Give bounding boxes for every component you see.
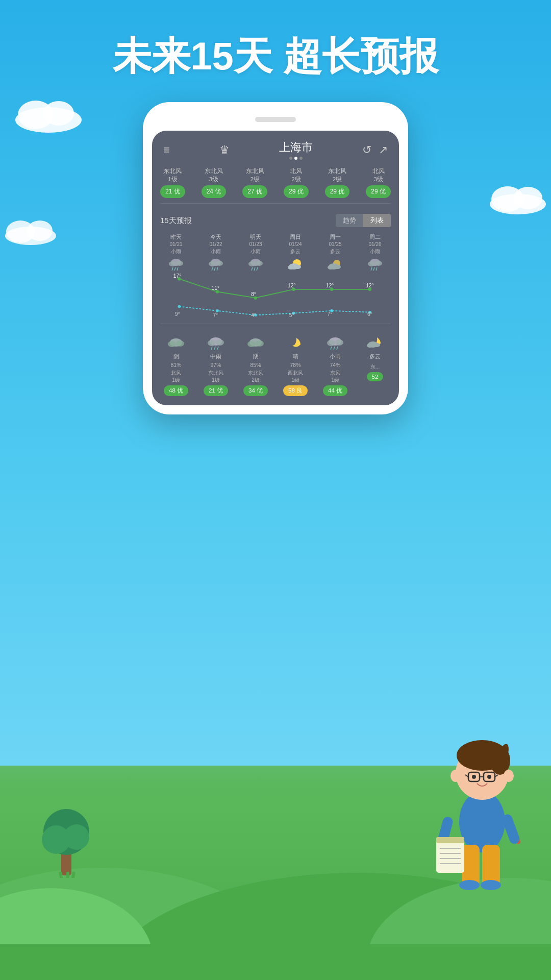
svg-point-36 xyxy=(368,261,375,266)
day-icon-3 xyxy=(286,256,305,273)
day-cond-4: 多云 xyxy=(330,248,340,255)
phone-notch xyxy=(152,111,399,128)
refresh-icon[interactable]: ↺ xyxy=(362,143,371,157)
speaker xyxy=(255,117,296,122)
svg-line-40 xyxy=(376,267,377,271)
wind-text-0: 东北风1级 xyxy=(163,167,182,183)
svg-point-29 xyxy=(288,265,294,270)
wq-col-5: 北风3级 29 优 xyxy=(358,167,399,198)
bw-col-2: 阴 85% 东北风2级 34 优 xyxy=(236,334,276,396)
bw-icon-5 xyxy=(365,334,385,352)
svg-line-12 xyxy=(172,267,173,271)
day-col-5: 周二 01/26 小雨 xyxy=(355,233,395,273)
bw-icon-1 xyxy=(206,334,226,352)
svg-point-10 xyxy=(169,261,176,266)
svg-rect-118 xyxy=(436,837,464,843)
tab-list[interactable]: 列表 xyxy=(363,214,391,227)
wq-col-0: 东北风1级 21 优 xyxy=(152,167,193,198)
quality-badge-3: 29 优 xyxy=(284,185,309,198)
svg-line-73 xyxy=(217,347,218,350)
svg-line-38 xyxy=(371,267,372,271)
bw-icon-0 xyxy=(166,334,186,352)
svg-point-2 xyxy=(43,101,74,126)
chart-svg: 17° 11° 8° 12° 12° 12° 9° 7° 4° 5° 7° 6° xyxy=(160,273,391,318)
svg-point-115 xyxy=(481,880,501,890)
bw-col-5: 多云 东... 52 xyxy=(355,334,395,396)
svg-point-98 xyxy=(459,791,505,852)
svg-text:17°: 17° xyxy=(173,273,182,279)
svg-point-69 xyxy=(208,340,216,346)
svg-text:12°: 12° xyxy=(366,283,374,289)
phone-frame: ≡ ♛ 上海市 ↺ ↗ xyxy=(143,102,408,414)
svg-line-26 xyxy=(257,267,258,271)
svg-point-114 xyxy=(459,880,480,890)
day-label-5: 周二 xyxy=(369,233,381,240)
svg-text:5°: 5° xyxy=(289,313,294,318)
crown-icon[interactable]: ♛ xyxy=(219,143,230,157)
svg-text:4°: 4° xyxy=(251,313,256,318)
svg-point-108 xyxy=(472,775,476,779)
bw-humidity-0: 81% xyxy=(170,362,181,368)
day-icon-5 xyxy=(366,256,384,273)
day-cond-3: 多云 xyxy=(290,248,300,255)
svg-point-67 xyxy=(176,340,184,347)
bw-badge-0: 48 优 xyxy=(164,385,188,396)
bw-col-1: 中雨 97% 东北风1级 21 优 xyxy=(196,334,236,396)
dot-1 xyxy=(289,157,292,160)
svg-line-71 xyxy=(211,347,212,350)
svg-text:8°: 8° xyxy=(251,291,256,297)
svg-text:12°: 12° xyxy=(288,283,296,289)
forecast-tabs[interactable]: 趋势 列表 xyxy=(336,214,391,227)
svg-point-30 xyxy=(295,265,301,269)
svg-line-20 xyxy=(217,267,218,271)
wind-text-3: 北风2级 xyxy=(290,167,302,183)
day-col-2: 明天 01/23 小雨 xyxy=(236,233,276,273)
svg-point-94 xyxy=(64,824,89,850)
svg-point-84 xyxy=(367,344,373,348)
day-icon-4 xyxy=(326,256,344,273)
svg-text:7°: 7° xyxy=(328,312,333,317)
forecast-days: 昨天 01/21 小雨 xyxy=(152,230,399,273)
tree-illustration xyxy=(41,796,92,878)
tab-trend[interactable]: 趋势 xyxy=(336,214,363,227)
bw-humidity-4: 74% xyxy=(330,362,340,368)
page-dots xyxy=(279,157,313,160)
cloud-right xyxy=(485,179,551,214)
divider-1 xyxy=(160,203,391,204)
day-icon-1 xyxy=(207,256,225,273)
svg-point-110 xyxy=(450,770,461,782)
svg-rect-90 xyxy=(0,944,551,980)
svg-text:7°: 7° xyxy=(213,313,218,318)
svg-text:11°: 11° xyxy=(212,285,220,291)
menu-icon[interactable]: ≡ xyxy=(163,143,170,157)
day-date-4: 01/25 xyxy=(329,241,341,247)
svg-point-76 xyxy=(256,340,264,347)
bw-cond-3: 晴 xyxy=(293,353,298,360)
quality-badge-1: 24 优 xyxy=(202,185,227,198)
svg-point-37 xyxy=(375,261,382,266)
bottom-weather: 阴 81% 北风1级 48 优 xyxy=(152,329,399,398)
svg-point-22 xyxy=(248,261,256,266)
cloud-left-2 xyxy=(0,214,61,245)
bw-icon-2 xyxy=(246,334,265,352)
day-label-0: 昨天 xyxy=(170,233,182,240)
day-icon-0 xyxy=(167,256,185,273)
bw-wind-3: 西北风1级 xyxy=(288,370,303,384)
wq-col-4: 东北风2级 29 优 xyxy=(317,167,358,198)
share-icon[interactable]: ↗ xyxy=(379,143,388,157)
svg-rect-112 xyxy=(462,845,480,886)
quality-badge-4: 29 优 xyxy=(325,185,350,198)
quality-badge-0: 21 优 xyxy=(160,185,185,198)
svg-point-75 xyxy=(247,341,256,347)
bw-icon-4 xyxy=(325,334,345,352)
temperature-chart: 17° 11° 8° 12° 12° 12° 9° 7° 4° 5° 7° 6° xyxy=(156,273,395,318)
day-label-3: 周日 xyxy=(290,233,301,240)
phone-screen: ≡ ♛ 上海市 ↺ ↗ xyxy=(152,131,399,405)
bw-col-4: 小雨 74% 东风1级 44 优 xyxy=(315,334,355,396)
bw-badge-4: 44 优 xyxy=(323,385,347,396)
svg-rect-97 xyxy=(71,871,76,878)
svg-text:12°: 12° xyxy=(326,283,334,289)
svg-line-81 xyxy=(334,347,335,350)
bw-humidity-1: 97% xyxy=(210,362,221,368)
day-date-1: 01/22 xyxy=(209,241,222,247)
